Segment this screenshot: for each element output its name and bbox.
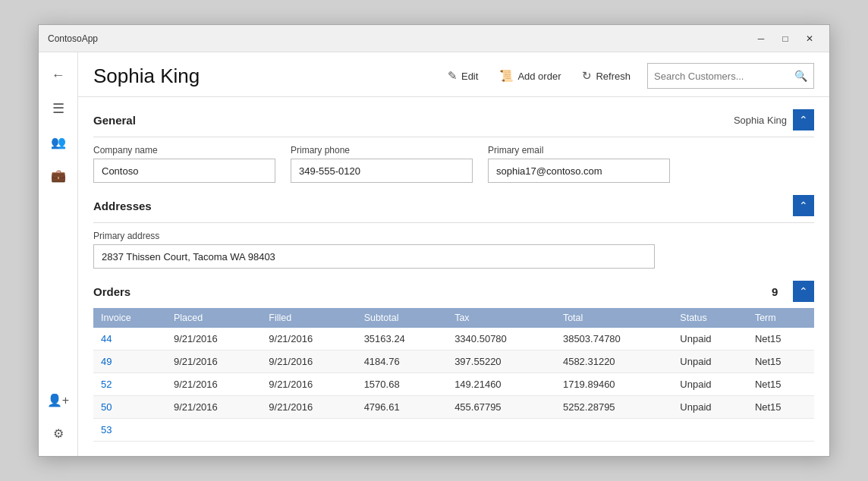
briefcase-button[interactable]: 💼 <box>42 159 75 192</box>
cell-invoice: 50 <box>93 396 166 419</box>
refresh-label: Refresh <box>596 71 631 82</box>
orders-count: 9 <box>772 285 787 298</box>
cell-term: Net15 <box>747 328 814 351</box>
orders-collapse-button[interactable]: ⌃ <box>793 281 814 302</box>
primary-email-field: Primary email <box>488 145 670 183</box>
add-user-button[interactable]: 👤+ <box>42 383 75 417</box>
cell-filled: 9/21/2016 <box>261 373 356 396</box>
cell-status <box>672 419 747 442</box>
minimize-button[interactable]: ─ <box>750 30 772 47</box>
company-name-input[interactable] <box>93 159 275 183</box>
settings-button[interactable]: ⚙ <box>42 417 75 450</box>
primary-email-input[interactable] <box>488 159 670 183</box>
orders-table-header-row: Invoice Placed Filled Subtotal Tax Total… <box>93 308 814 328</box>
cell-subtotal: 4796.61 <box>357 396 448 419</box>
invoice-link[interactable]: 44 <box>101 333 112 344</box>
cell-total <box>555 419 672 442</box>
col-filled: Filled <box>261 308 356 328</box>
addresses-collapse-button[interactable]: ⌃ <box>793 195 814 216</box>
table-row: 44 9/21/2016 9/21/2016 35163.24 3340.507… <box>93 328 814 351</box>
maximize-button[interactable]: □ <box>775 30 796 47</box>
cell-filled: 9/21/2016 <box>261 396 356 419</box>
contacts-button[interactable]: 👥 <box>42 125 75 159</box>
col-status: Status <box>672 308 747 328</box>
cell-invoice: 53 <box>93 419 166 442</box>
cell-subtotal <box>357 419 448 442</box>
addresses-divider <box>93 222 814 223</box>
cell-subtotal: 35163.24 <box>357 328 448 351</box>
invoice-link[interactable]: 53 <box>101 424 112 435</box>
main-content: Sophia King ✎ Edit 📜 Add order ↻ Refresh <box>78 52 829 456</box>
sidebar: ← ☰ 👥 💼 👤+ ⚙ <box>39 52 78 456</box>
cell-total: 5252.28795 <box>555 396 672 419</box>
cell-subtotal: 1570.68 <box>357 373 448 396</box>
cell-tax: 455.67795 <box>447 396 555 419</box>
table-row: 53 <box>93 419 814 442</box>
edit-icon: ✎ <box>448 69 458 83</box>
primary-phone-field: Primary phone <box>291 145 473 183</box>
primary-address-input[interactable] <box>93 244 655 269</box>
back-icon: ← <box>52 68 65 83</box>
add-order-button[interactable]: 📜 Add order <box>495 66 565 86</box>
general-divider <box>93 137 814 137</box>
table-row: 50 9/21/2016 9/21/2016 4796.61 455.67795… <box>93 396 814 419</box>
primary-email-label: Primary email <box>488 145 670 156</box>
cell-placed: 9/21/2016 <box>166 373 261 396</box>
company-name-label: Company name <box>93 145 275 156</box>
cell-placed: 9/21/2016 <box>166 396 261 419</box>
primary-phone-label: Primary phone <box>291 145 473 156</box>
col-placed: Placed <box>166 308 261 328</box>
app-title: ContosoApp <box>48 33 750 44</box>
invoice-link[interactable]: 49 <box>101 356 112 367</box>
menu-icon: ☰ <box>52 100 64 117</box>
col-subtotal: Subtotal <box>357 308 448 328</box>
col-invoice: Invoice <box>93 308 166 328</box>
cell-filled: 9/21/2016 <box>261 351 356 373</box>
cell-status: Unpaid <box>672 396 747 419</box>
orders-chevron-up-icon: ⌃ <box>799 285 808 297</box>
primary-address-field: Primary address <box>93 231 655 269</box>
cell-subtotal: 4184.76 <box>357 351 448 373</box>
cell-term: Net15 <box>747 396 814 419</box>
general-collapse-button[interactable]: ⌃ <box>793 109 814 130</box>
col-total: Total <box>555 308 672 328</box>
orders-table-head: Invoice Placed Filled Subtotal Tax Total… <box>93 308 814 328</box>
addresses-section-header: Addresses ⌃ <box>93 195 814 216</box>
primary-phone-input[interactable] <box>291 159 473 183</box>
orders-section-title: Orders <box>93 285 772 298</box>
back-button[interactable]: ← <box>42 58 75 92</box>
invoice-link[interactable]: 52 <box>101 379 112 390</box>
cell-term <box>747 419 814 442</box>
settings-icon: ⚙ <box>53 426 64 441</box>
general-section-header: General Sophia King ⌃ <box>93 109 814 130</box>
title-bar: ContosoApp ─ □ ✕ <box>39 25 829 52</box>
cell-tax: 3340.50780 <box>447 328 555 351</box>
edit-label: Edit <box>461 71 478 82</box>
search-icon: 🔍 <box>794 70 807 82</box>
menu-button[interactable]: ☰ <box>42 92 75 125</box>
add-order-icon: 📜 <box>499 69 514 83</box>
search-input[interactable] <box>654 71 790 82</box>
general-section-title: General <box>93 114 734 127</box>
close-button[interactable]: ✕ <box>799 30 820 47</box>
cell-invoice: 44 <box>93 328 166 351</box>
main-header: Sophia King ✎ Edit 📜 Add order ↻ Refresh <box>78 52 829 97</box>
table-row: 49 9/21/2016 9/21/2016 4184.76 397.55220… <box>93 351 814 373</box>
edit-button[interactable]: ✎ Edit <box>443 66 483 86</box>
general-section-right: Sophia King ⌃ <box>734 109 814 130</box>
app-window: ContosoApp ─ □ ✕ ← ☰ 👥 💼 👤+ <box>38 24 830 457</box>
window-controls: ─ □ ✕ <box>750 30 820 47</box>
table-row: 52 9/21/2016 9/21/2016 1570.68 149.21460… <box>93 373 814 396</box>
search-box: 🔍 <box>647 63 814 89</box>
add-user-icon: 👤+ <box>47 393 69 407</box>
refresh-button[interactable]: ↻ Refresh <box>577 66 635 86</box>
cell-tax: 397.55220 <box>447 351 555 373</box>
header-actions: ✎ Edit 📜 Add order ↻ Refresh 🔍 <box>443 63 814 89</box>
cell-status: Unpaid <box>672 351 747 373</box>
refresh-icon: ↻ <box>582 69 592 83</box>
cell-tax: 149.21460 <box>447 373 555 396</box>
invoice-link[interactable]: 50 <box>101 401 112 413</box>
app-body: ← ☰ 👥 💼 👤+ ⚙ Sophia King <box>39 52 829 456</box>
page-title: Sophia King <box>93 64 434 88</box>
chevron-up-icon: ⌃ <box>799 114 808 126</box>
